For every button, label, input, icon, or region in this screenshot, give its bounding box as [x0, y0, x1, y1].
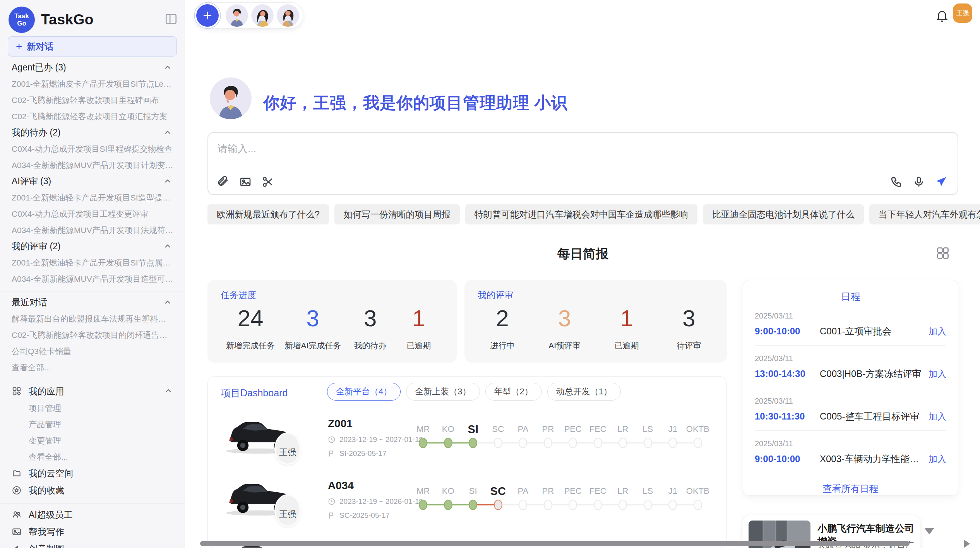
chevron-up-icon[interactable] [163, 242, 172, 251]
milestone: PEC [560, 483, 586, 521]
task-item[interactable]: C02-飞腾新能源轻客改款项目立项汇报方案 [12, 111, 174, 122]
user-avatar[interactable]: 王强 [953, 3, 972, 23]
recent-chat-item[interactable]: 查看全部... [12, 363, 174, 373]
suggestion-chip[interactable]: 欧洲新规最近颁布了什么? [207, 204, 329, 224]
suggestion-chip[interactable]: 特朗普可能对进口汽车增税会对中国车企造成哪些影响 [465, 204, 697, 224]
dashboard-tab[interactable]: 全新上装（3） [406, 383, 480, 401]
new-chat-label: 新对话 [27, 41, 53, 53]
milestone-label: KO [436, 421, 461, 437]
join-meeting-link[interactable]: 加入 [929, 368, 946, 380]
sidebar-item-label: 我的应用 [29, 385, 64, 397]
stat-value: 1 [607, 302, 646, 335]
recent-chat-item[interactable]: 解释最新出台的欧盟报废车法规再生塑料比例被调至15%... [12, 314, 174, 324]
milestone-dot [544, 500, 552, 510]
task-item[interactable]: C0X4-动力总成开发项目工程变更评审 [12, 209, 174, 219]
app-item[interactable]: 查看全部... [29, 452, 174, 462]
image-upload-icon[interactable] [239, 176, 252, 188]
scissors-icon[interactable] [262, 176, 274, 188]
task-item[interactable]: A034-全新新能源MUV产品开发项目法规符合性评审 [12, 225, 174, 235]
task-item[interactable]: A034-全新新能源MUV产品开发项目计划变更表编写 [12, 160, 174, 170]
schedule-title: 日程 [755, 290, 946, 303]
dashboard-tabs: 全新平台（4）全新上装（3）年型（2）动总开发（1） [327, 383, 621, 401]
phone-icon[interactable] [890, 176, 903, 188]
section-ai-review: AI评审 (3) [12, 176, 173, 187]
app-logo: Task Go [9, 7, 35, 33]
schedule-time: 10:30-11:30 [755, 411, 820, 422]
schedule-date: 2025/03/11 [755, 354, 946, 363]
chevron-up-icon[interactable] [163, 298, 172, 307]
task-item[interactable]: A034-全新新能源MUV产品开发项目造型可行性评审 [12, 274, 174, 284]
send-icon[interactable] [935, 176, 947, 188]
chevron-up-icon[interactable] [164, 387, 173, 396]
task-item[interactable]: Z001-全新燃油皮卡产品开发项目SI节点Lesson Learn报告 [12, 79, 174, 89]
sidebar-item-favorites[interactable]: 我的收藏 [12, 485, 173, 496]
sidebar-item-label: AI超级员工 [29, 509, 73, 521]
stat-value: 3 [545, 302, 584, 335]
section-my-review-list: Z001-全新燃油轻卡产品开发项目SI节点属性5D文件评审A034-全新新能源M… [0, 258, 185, 284]
greeting-text: 你好，王强，我是你的项目管理助理 小识 [263, 92, 568, 114]
chevron-up-icon[interactable] [163, 63, 172, 72]
milestone-dot [569, 500, 577, 510]
notification-bell-icon[interactable] [935, 9, 949, 22]
milestone-label: PR [536, 483, 561, 499]
task-item[interactable]: Z001-全新燃油轻卡产品开发项目SI造型提交物评审 [12, 193, 174, 203]
card-title: 我的评审 [478, 289, 513, 301]
milestone: OKTB [685, 483, 711, 521]
assistant-avatar-1[interactable] [226, 4, 248, 27]
add-assistant-button[interactable]: + [196, 4, 219, 27]
sidebar-item-cloud-space[interactable]: 我的云空间 [12, 468, 173, 479]
join-meeting-link[interactable]: 加入 [929, 453, 946, 465]
mic-icon[interactable] [913, 176, 925, 188]
suggestion-chip[interactable]: 如何写一份清晰的项目周报 [334, 204, 460, 224]
chevron-up-icon[interactable] [163, 177, 172, 186]
sidebar-item-creative-draw[interactable]: 创意制图 [12, 543, 173, 548]
task-item[interactable]: C0X4-动力总成开发项目SI里程碑提交物检查 [12, 144, 174, 154]
sidebar: Task Go TaskGo + 新对话 Agent已办 (3) Z001-全新… [0, 0, 185, 548]
milestone-dot [419, 500, 427, 510]
scroll-down-arrow-icon[interactable] [924, 528, 934, 534]
stat-label: 我的待办 [351, 340, 390, 351]
dashboard-title: 项目Dashboard [221, 387, 288, 399]
assistant-avatar-2[interactable] [251, 4, 274, 27]
dashboard-tab[interactable]: 动总开发（1） [547, 383, 621, 401]
layout-grid-icon[interactable] [936, 246, 950, 260]
join-meeting-link[interactable]: 加入 [929, 411, 946, 423]
task-item[interactable]: C02-飞腾新能源轻客改款项目里程碑画布 [12, 95, 174, 105]
milestone: MR [411, 421, 436, 459]
app-item[interactable]: 变更管理 [29, 436, 174, 446]
suggestion-chip[interactable]: 比亚迪全固态电池计划具体说了什么 [703, 204, 864, 224]
milestone-dot [644, 438, 652, 448]
scroll-right-arrow-icon[interactable] [964, 539, 970, 548]
project-row-z001[interactable]: 王强 Z001 2023-12-19 ~ 2027-01-19 SI-2025-… [208, 411, 726, 472]
project-row-a034[interactable]: 王强 A034 2023-12-19 ~ 2026-01-19 SC-2025-… [208, 473, 726, 534]
milestone-label: PEC [560, 483, 586, 499]
app-item[interactable]: 产品管理 [29, 420, 174, 430]
milestone: LR [610, 421, 636, 459]
stat-label: AI预评审 [545, 340, 584, 351]
milestone-label: SI [461, 483, 486, 499]
view-all-schedule-link[interactable]: 查看所有日程 [755, 483, 946, 495]
sidebar-item-my-apps[interactable]: 我的应用 [12, 385, 173, 397]
chat-input[interactable] [217, 140, 876, 158]
sidebar-collapse-icon[interactable] [164, 12, 178, 26]
clock-icon [328, 436, 336, 444]
daily-briefing-title: 每日简报 [207, 245, 958, 263]
milestone: PEC [560, 421, 586, 459]
chevron-up-icon[interactable] [163, 128, 172, 137]
sidebar-item-help-write[interactable]: 帮我写作 [12, 526, 173, 538]
dashboard-tab[interactable]: 年型（2） [485, 383, 542, 401]
assistant-avatar-3[interactable] [277, 4, 299, 27]
recent-chat-item[interactable]: 公司Q3轻卡销量 [12, 346, 174, 356]
project-dates-row: 2023-12-19 ~ 2027-01-19 [328, 435, 423, 444]
recent-chat-item[interactable]: C02-飞腾新能源轻客改款项目的闭环通告反馈情况 [12, 330, 174, 340]
milestone-dot [644, 500, 652, 510]
sidebar-item-ai-staff[interactable]: AI超级员工 [12, 509, 173, 521]
join-meeting-link[interactable]: 加入 [929, 325, 946, 337]
new-chat-button[interactable]: + 新对话 [8, 36, 177, 57]
task-item[interactable]: Z001-全新燃油轻卡产品开发项目SI节点属性5D文件评审 [12, 258, 174, 268]
dashboard-tab[interactable]: 全新平台（4） [327, 383, 401, 401]
suggestion-chip[interactable]: 当下年轻人对汽车外观有怎样的喜好趋势 [869, 204, 980, 224]
horizontal-scrollbar[interactable] [200, 541, 910, 546]
app-item[interactable]: 项目管理 [29, 403, 174, 413]
attach-icon[interactable] [217, 176, 229, 188]
